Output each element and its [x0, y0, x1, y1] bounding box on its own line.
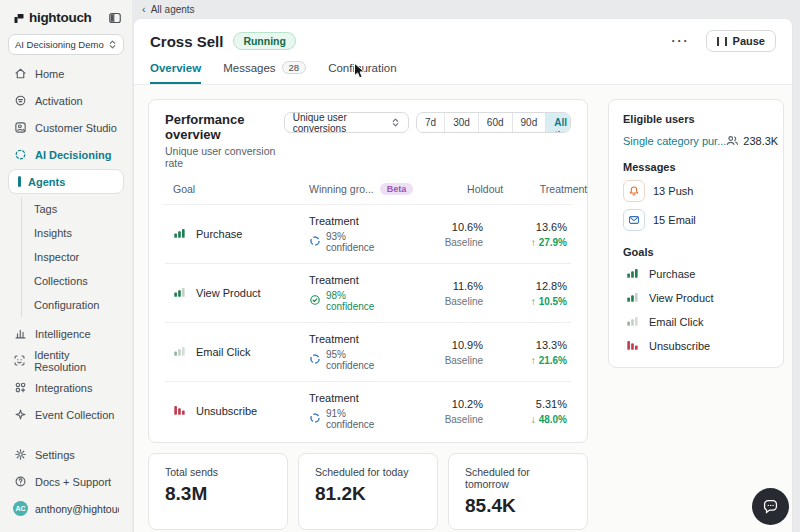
stat-value: 85.4K	[465, 495, 571, 517]
winning-group-cell: Treatment91% confidence	[309, 392, 393, 430]
confidence-label: 95% confidence	[326, 349, 393, 371]
winner-label: Treatment	[309, 274, 393, 286]
goal-label: Purchase	[649, 268, 695, 280]
goal-cell: Purchase	[173, 226, 309, 242]
sidebar-nav-bottom: SettingsDocs + Support	[0, 441, 132, 495]
lift-value: ↓ 48.0%	[483, 414, 567, 425]
range-7d[interactable]: 7d	[417, 113, 444, 132]
sidebar-nav-top: HomeActivationCustomer StudioAI Decision…	[0, 60, 132, 168]
customer-studio-icon	[13, 121, 27, 135]
message-channel-row: 13 Push	[623, 180, 769, 202]
holdout-baseline-label: Baseline	[393, 414, 483, 425]
page-header: Cross Sell Running ··· Pause OverviewMes…	[134, 19, 792, 85]
goal-list-item: Email Click	[623, 314, 769, 330]
sidebar-item-insights[interactable]: Insights	[22, 221, 132, 245]
tab-label: Messages	[223, 62, 275, 74]
sidebar-item-intelligence[interactable]: Intelligence	[8, 320, 124, 347]
holdout-value: 10.6%	[393, 221, 483, 233]
sidebar-item-identity-resolution[interactable]: Identity Resolution	[8, 347, 124, 374]
sidebar-item-event-collection[interactable]: Event Collection	[8, 401, 124, 428]
sidebar-item-home[interactable]: Home	[8, 60, 124, 87]
main-area: ‹ All agents Cross Sell Running ··· Paus…	[132, 0, 800, 532]
email-icon	[623, 209, 645, 231]
confidence-icon	[309, 412, 321, 426]
confidence-label: 93% confidence	[326, 231, 393, 253]
lift-value: ↑ 10.5%	[483, 296, 567, 307]
goal-bars-icon	[173, 226, 187, 242]
tab-messages[interactable]: Messages28	[223, 61, 306, 84]
tab-overview[interactable]: Overview	[150, 61, 201, 84]
sidebar-item-agents[interactable]: Agents	[8, 169, 124, 194]
sidebar-item-integrations[interactable]: Integrations	[8, 374, 124, 401]
winner-label: Treatment	[309, 215, 393, 227]
goal-cell: Unsubscribe	[173, 403, 309, 419]
goal-label: Unsubscribe	[196, 405, 257, 417]
treatment-value: 5.31%	[483, 398, 567, 410]
performance-table: Goal Winning gro... Beta Holdout Treatme…	[165, 181, 571, 440]
chat-support-button[interactable]	[752, 488, 789, 525]
workspace-name: AI Decisioning Demo - ...	[15, 39, 105, 50]
page-body: Performance overview Unique user convers…	[134, 85, 792, 532]
tab-label: Overview	[150, 62, 201, 74]
sidebar-item-ai-decisioning[interactable]: AI Decisioning	[8, 141, 124, 168]
goal-bars-icon	[173, 285, 187, 301]
chevron-updown-icon	[108, 39, 117, 50]
sidebar-item-collections[interactable]: Collections	[22, 269, 132, 293]
sidebar-item-configuration[interactable]: Configuration	[22, 293, 132, 317]
holdout-baseline-label: Baseline	[393, 355, 483, 366]
settings-icon	[13, 448, 27, 462]
range-all-time[interactable]: All time	[545, 113, 571, 132]
sidebar-item-inspector[interactable]: Inspector	[22, 245, 132, 269]
goal-label: Email Click	[649, 316, 703, 328]
holdout-value: 11.6%	[393, 280, 483, 292]
home-icon	[13, 67, 27, 81]
pause-label: Pause	[733, 35, 765, 47]
lift-percent: 10.5%	[539, 296, 567, 307]
sidebar-item-tags[interactable]: Tags	[22, 197, 132, 221]
treatment-cell: 13.3%↑ 21.6%	[483, 339, 567, 366]
sidebar-item-settings[interactable]: Settings	[8, 441, 124, 468]
confidence-label: 91% confidence	[326, 408, 393, 430]
goal-label: Unsubscribe	[649, 340, 710, 352]
holdout-value: 10.9%	[393, 339, 483, 351]
activation-icon	[13, 94, 27, 108]
chevron-left-icon: ‹	[142, 4, 146, 15]
more-menu-button[interactable]: ···	[666, 34, 696, 48]
logo-row: hightouch	[0, 0, 132, 28]
metric-select[interactable]: Unique user conversions	[284, 112, 409, 133]
column-holdout: Holdout	[413, 183, 503, 195]
sidebar-item-docs-support[interactable]: Docs + Support	[8, 468, 124, 495]
workspace-selector[interactable]: AI Decisioning Demo - ...	[8, 34, 124, 55]
breadcrumb[interactable]: ‹ All agents	[132, 0, 800, 18]
sidebar-item-customer-studio[interactable]: Customer Studio	[8, 114, 124, 141]
lift-percent: 21.6%	[539, 355, 567, 366]
holdout-baseline-label: Baseline	[393, 296, 483, 307]
sidebar-collapse-icon[interactable]	[108, 11, 122, 25]
pause-button[interactable]: Pause	[706, 30, 776, 52]
holdout-baseline-label: Baseline	[393, 237, 483, 248]
status-badge: Running	[233, 32, 296, 50]
winner-label: Treatment	[309, 333, 393, 345]
goal-cell: Email Click	[173, 344, 309, 360]
stat-label: Scheduled for today	[315, 466, 421, 478]
range-30d[interactable]: 30d	[444, 113, 478, 132]
lift-value: ↑ 21.6%	[483, 355, 567, 366]
holdout-cell: 10.6%Baseline	[393, 221, 483, 248]
beta-badge: Beta	[380, 183, 414, 195]
goal-bars-icon	[626, 338, 640, 354]
eligible-users-link[interactable]: Single category pur...	[623, 135, 726, 147]
help-icon	[13, 475, 27, 489]
stat-card-scheduled-for-today: Scheduled for today81.2K	[298, 453, 438, 530]
goal-bars-icon	[626, 290, 640, 306]
range-90d[interactable]: 90d	[512, 113, 546, 132]
card-title: Performance overview	[165, 112, 284, 142]
tab-count-badge: 28	[282, 61, 307, 74]
stat-card-total-sends: Total sends8.3M	[148, 453, 288, 530]
range-60d[interactable]: 60d	[478, 113, 512, 132]
app-root: hightouch AI Decisioning Demo - ... Home…	[0, 0, 800, 532]
treatment-cell: 13.6%↑ 27.9%	[483, 221, 567, 248]
messages-title: Messages	[623, 161, 769, 173]
metric-select-value: Unique user conversions	[293, 112, 383, 134]
sidebar-item-activation[interactable]: Activation	[8, 87, 124, 114]
user-menu[interactable]: AC anthony@hightouch.io	[0, 495, 132, 522]
